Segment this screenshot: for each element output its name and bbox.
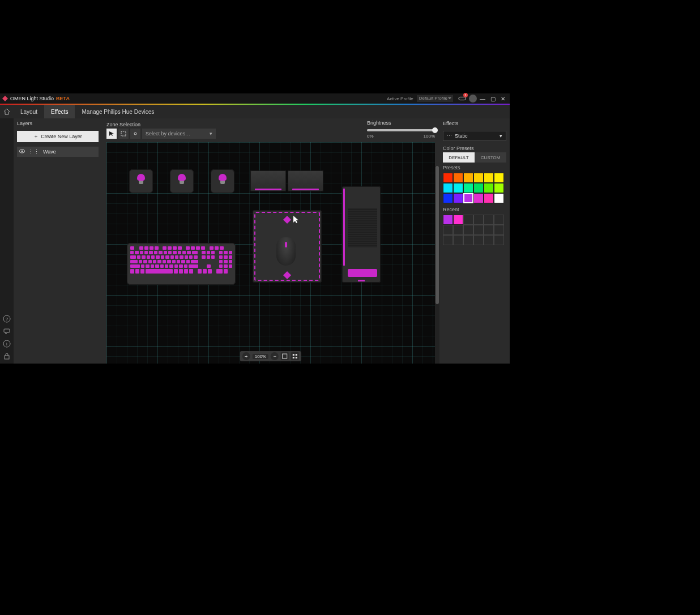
svg-text:i: i bbox=[6, 341, 7, 347]
zoom-in-button[interactable]: ＋ bbox=[242, 352, 250, 360]
color-swatch[interactable] bbox=[453, 183, 463, 193]
empty-swatch bbox=[443, 225, 453, 235]
layers-panel: Layers ＋ Create New Layer ⋮⋮ Wave bbox=[14, 118, 102, 364]
minimize-button[interactable]: — bbox=[478, 94, 487, 103]
svg-rect-1 bbox=[459, 97, 466, 100]
svg-point-9 bbox=[22, 151, 23, 152]
device-bulb[interactable] bbox=[170, 169, 194, 193]
device-mouse[interactable] bbox=[276, 237, 296, 266]
brightness-label: Brightness bbox=[367, 120, 435, 126]
empty-swatch bbox=[463, 235, 473, 245]
info-icon[interactable]: i bbox=[3, 340, 11, 348]
device-bulb[interactable] bbox=[211, 169, 234, 193]
color-swatch[interactable] bbox=[484, 183, 494, 193]
bulb-icon bbox=[137, 174, 145, 184]
lock-icon[interactable] bbox=[3, 352, 11, 360]
svg-rect-12 bbox=[293, 354, 294, 356]
lighting-canvas[interactable]: ＋ 100% − bbox=[106, 142, 435, 364]
effect-type-select[interactable]: ⋯Static ▾ bbox=[443, 131, 506, 141]
preset-custom-tab[interactable]: CUSTOM bbox=[475, 152, 506, 163]
layer-item[interactable]: ⋮⋮ Wave bbox=[17, 147, 99, 157]
gamepad-icon[interactable]: 1 bbox=[458, 94, 467, 103]
mouse-scroll-light bbox=[285, 242, 287, 247]
device-keyboard[interactable] bbox=[127, 243, 236, 285]
tower-bottom-light bbox=[348, 269, 377, 277]
color-swatch[interactable] bbox=[494, 193, 504, 203]
device-mousepad[interactable] bbox=[253, 210, 322, 283]
color-swatch[interactable] bbox=[473, 173, 484, 183]
layers-header: Layers bbox=[14, 118, 102, 129]
color-swatch[interactable] bbox=[443, 183, 453, 193]
color-swatch[interactable] bbox=[453, 173, 463, 183]
profile-select[interactable]: Default Profile bbox=[417, 95, 453, 102]
close-button[interactable]: ✕ bbox=[498, 94, 507, 103]
color-swatch[interactable] bbox=[463, 193, 473, 203]
home-button[interactable] bbox=[0, 105, 14, 118]
color-swatch[interactable] bbox=[453, 215, 463, 225]
color-swatch[interactable] bbox=[443, 193, 453, 203]
preset-default-tab[interactable]: DEFAULT bbox=[443, 152, 475, 163]
maximize-button[interactable]: ▢ bbox=[488, 94, 497, 103]
color-swatch[interactable] bbox=[484, 173, 494, 183]
workspace-toolbar: Zone Selection Select by devices… bbox=[102, 118, 439, 142]
tab-manage-hue[interactable]: Manage Philips Hue Devices bbox=[75, 105, 161, 118]
device-bulb[interactable] bbox=[129, 169, 153, 193]
help-icon[interactable]: ? bbox=[3, 315, 11, 323]
brightness-min: 0% bbox=[367, 134, 374, 139]
brightness-max: 100% bbox=[424, 134, 435, 139]
color-swatch[interactable] bbox=[473, 193, 484, 203]
pointer-tool[interactable] bbox=[106, 129, 117, 139]
svg-text:?: ? bbox=[6, 317, 8, 322]
color-swatch[interactable] bbox=[463, 173, 473, 183]
device-monitor[interactable] bbox=[288, 170, 323, 191]
empty-swatch bbox=[453, 225, 463, 235]
empty-swatch bbox=[494, 215, 504, 225]
notification-badge: 1 bbox=[463, 93, 468, 97]
zoom-out-button[interactable]: − bbox=[271, 352, 279, 360]
empty-swatch bbox=[494, 225, 504, 235]
color-swatch[interactable] bbox=[443, 215, 453, 225]
presets-label: Presets bbox=[439, 163, 510, 172]
brightness-slider[interactable] bbox=[367, 129, 435, 131]
visibility-icon[interactable] bbox=[19, 149, 25, 155]
color-swatch[interactable] bbox=[463, 183, 473, 193]
chevron-down-icon: ▾ bbox=[210, 131, 212, 136]
tower-foot-light bbox=[358, 280, 365, 281]
color-swatch[interactable] bbox=[443, 173, 453, 183]
title-bar: OMEN Light Studio BETA Active Profile De… bbox=[0, 93, 510, 104]
grid-toggle-button[interactable] bbox=[291, 352, 299, 360]
beta-badge: BETA bbox=[56, 96, 70, 101]
color-swatch[interactable] bbox=[494, 183, 504, 193]
device-monitor[interactable] bbox=[250, 170, 286, 191]
device-tower[interactable] bbox=[342, 186, 381, 283]
link-tool[interactable] bbox=[130, 129, 140, 139]
device-select[interactable]: Select by devices… ▾ bbox=[142, 129, 216, 139]
device-select-placeholder: Select by devices… bbox=[146, 131, 190, 136]
color-swatch[interactable] bbox=[453, 193, 463, 203]
chevron-down-icon: ▾ bbox=[500, 133, 502, 139]
avatar[interactable] bbox=[469, 95, 477, 103]
color-swatch[interactable] bbox=[473, 183, 484, 193]
create-layer-label: Create New Layer bbox=[41, 134, 82, 139]
empty-swatch bbox=[484, 235, 494, 245]
marquee-tool[interactable] bbox=[118, 129, 129, 139]
tower-grill bbox=[348, 208, 377, 247]
fit-screen-button[interactable] bbox=[281, 352, 289, 360]
create-layer-button[interactable]: ＋ Create New Layer bbox=[17, 131, 99, 142]
workspace: Zone Selection Select by devices… bbox=[102, 118, 439, 364]
color-swatch[interactable] bbox=[494, 173, 504, 183]
color-swatch[interactable] bbox=[484, 193, 494, 203]
accent-divider bbox=[0, 104, 510, 105]
feedback-icon[interactable] bbox=[3, 327, 11, 335]
app-window: OMEN Light Studio BETA Active Profile De… bbox=[0, 93, 510, 364]
drag-handle-icon[interactable]: ⋮⋮ bbox=[28, 149, 40, 155]
vertical-scrollbar[interactable] bbox=[435, 166, 439, 364]
empty-swatch bbox=[484, 225, 494, 235]
tower-side-light bbox=[343, 189, 345, 266]
tab-effects[interactable]: Effects bbox=[44, 105, 75, 118]
empty-swatch bbox=[463, 225, 473, 235]
tab-layout[interactable]: Layout bbox=[14, 105, 44, 118]
svg-rect-13 bbox=[296, 354, 297, 356]
empty-swatch bbox=[463, 215, 473, 225]
drag-handle-icon: ⋯ bbox=[447, 133, 453, 139]
